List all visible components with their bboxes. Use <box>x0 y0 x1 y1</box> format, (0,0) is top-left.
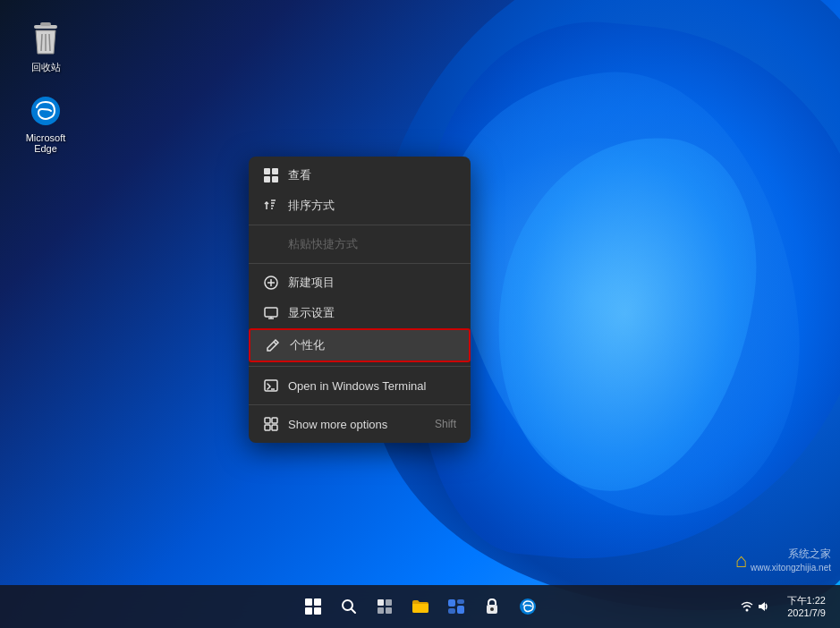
svg-rect-32 <box>448 608 455 614</box>
wifi-icon <box>741 600 753 613</box>
paste-shortcut-label: 粘贴快捷方式 <box>288 236 456 252</box>
svg-rect-9 <box>272 176 278 182</box>
sort-icon <box>263 198 279 214</box>
watermark: ⌂ 系统之家 www.xitongzhijia.net <box>735 547 831 574</box>
personalize-icon <box>265 337 281 353</box>
svg-point-35 <box>490 607 494 611</box>
watermark-logo-icon: ⌂ <box>735 549 747 573</box>
svg-rect-7 <box>272 168 278 174</box>
divider-3 <box>249 366 471 367</box>
clock-time: 下午1:22 <box>787 594 826 607</box>
paste-icon <box>263 236 279 252</box>
file-explorer-icon <box>412 598 429 615</box>
windows-logo-icon <box>305 598 321 615</box>
svg-rect-23 <box>272 425 277 430</box>
new-icon <box>263 275 279 291</box>
menu-item-new[interactable]: 新建项目 <box>249 267 471 298</box>
edge-icon <box>28 93 64 129</box>
systray-icons[interactable] <box>734 597 776 616</box>
svg-rect-29 <box>386 607 392 614</box>
divider-1 <box>249 225 471 225</box>
display-label: 显示设置 <box>288 305 456 321</box>
sort-label: 排序方式 <box>288 198 456 214</box>
svg-rect-6 <box>264 168 270 174</box>
more-options-shortcut: Shift <box>435 418 456 430</box>
svg-rect-20 <box>265 418 270 423</box>
taskbar: 下午1:22 2021/7/9 <box>0 585 840 628</box>
volume-icon <box>757 600 769 613</box>
display-icon <box>263 305 279 321</box>
taskbar-systray: 下午1:22 2021/7/9 <box>734 590 833 624</box>
view-label: 查看 <box>288 167 456 183</box>
menu-item-more-options[interactable]: Show more options Shift <box>249 409 471 439</box>
more-options-icon <box>263 416 279 432</box>
svg-line-25 <box>351 609 355 614</box>
desktop-icon-recycle-bin[interactable]: 回收站 <box>13 18 78 78</box>
svg-point-5 <box>31 97 60 125</box>
taskbar-search-button[interactable] <box>333 590 365 623</box>
new-label: 新建项目 <box>288 275 456 291</box>
clock-date: 2021/7/9 <box>787 607 826 619</box>
edge-taskbar-icon <box>519 598 537 615</box>
svg-rect-30 <box>448 599 455 607</box>
taskbar-clock[interactable]: 下午1:22 2021/7/9 <box>780 590 833 624</box>
svg-point-37 <box>745 609 748 612</box>
menu-item-personalize[interactable]: 个性化 <box>249 328 471 362</box>
task-view-icon <box>377 598 393 615</box>
security-icon <box>485 598 499 615</box>
context-menu: 查看 排序方式 粘贴快捷方式 <box>249 157 471 443</box>
terminal-icon <box>263 378 279 394</box>
svg-rect-21 <box>272 418 277 423</box>
desktop-icon-edge[interactable]: Microsoft Edge <box>13 89 78 157</box>
recycle-bin-icon <box>28 21 64 57</box>
desktop: 回收站 Microsoft Edge <box>0 0 840 628</box>
svg-rect-8 <box>264 176 270 182</box>
more-options-label: Show more options <box>288 418 426 431</box>
watermark-line1: 系统之家 <box>751 547 831 562</box>
widgets-icon <box>447 598 465 615</box>
view-icon <box>263 167 279 183</box>
watermark-text: 系统之家 www.xitongzhijia.net <box>751 547 831 574</box>
menu-item-paste-shortcut[interactable]: 粘贴快捷方式 <box>249 229 471 259</box>
menu-item-sort[interactable]: 排序方式 <box>249 191 471 221</box>
svg-line-17 <box>274 342 276 344</box>
svg-line-4 <box>49 34 50 51</box>
svg-line-2 <box>41 34 42 51</box>
svg-rect-33 <box>457 606 464 614</box>
svg-rect-1 <box>40 22 51 26</box>
taskbar-widgets-button[interactable] <box>440 590 472 623</box>
svg-rect-27 <box>386 599 392 606</box>
menu-item-display[interactable]: 显示设置 <box>249 298 471 328</box>
menu-item-open-terminal[interactable]: Open in Windows Terminal <box>249 370 471 401</box>
svg-rect-31 <box>457 599 464 604</box>
svg-rect-22 <box>265 425 270 430</box>
menu-item-view[interactable]: 查看 <box>249 160 471 191</box>
svg-rect-14 <box>265 308 277 317</box>
personalize-label: 个性化 <box>290 337 454 353</box>
svg-rect-26 <box>378 599 384 606</box>
recycle-bin-label: 回收站 <box>31 61 61 74</box>
taskbar-start-button[interactable] <box>297 590 329 623</box>
divider-2 <box>249 263 471 264</box>
taskbar-file-explorer-button[interactable] <box>404 590 437 623</box>
edge-label: Microsoft Edge <box>21 132 71 154</box>
svg-rect-28 <box>378 607 384 614</box>
open-terminal-label: Open in Windows Terminal <box>288 379 456 393</box>
taskbar-taskview-button[interactable] <box>369 590 401 623</box>
taskbar-edge-button[interactable] <box>512 590 544 623</box>
taskbar-security-button[interactable] <box>476 590 508 623</box>
divider-4 <box>249 404 471 405</box>
taskbar-center <box>297 590 544 623</box>
watermark-line2: www.xitongzhijia.net <box>751 562 831 574</box>
search-icon <box>341 598 357 615</box>
